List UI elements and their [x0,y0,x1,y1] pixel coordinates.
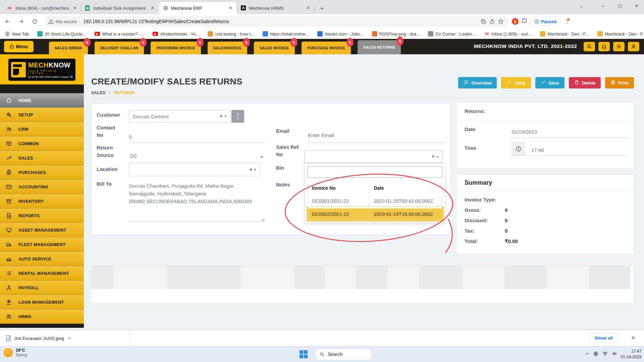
bookmark-item[interactable]: ▶ What is a resistor? -... [95,31,144,37]
tab-close-icon[interactable]: ✕ [305,5,311,11]
sidebar-item[interactable]: REPORTS [0,208,84,223]
sidebar-item[interactable]: LOAN MANAGEMENT [0,295,84,309]
browser-tab[interactable]: A Mechknow HRMS ✕ [237,2,315,14]
taskbar-app-icon[interactable] [539,349,549,359]
window-maximize-button[interactable]: ▢ [612,0,627,11]
taskbar-app-icon[interactable] [527,349,537,359]
bookmark-item[interactable]: C# Corner : Lookin... [428,31,476,37]
sidebar-item[interactable]: CRM [0,122,84,136]
erp-module-tab[interactable]: SALES RETURNS X [358,40,401,54]
customer-options-kebab-button[interactable] [231,110,244,123]
date-input[interactable]: 01/24/2023 [512,123,627,138]
tab-close-icon[interactable]: ✕ [150,5,156,11]
taskbar-app-icon[interactable] [390,349,400,359]
sidebar-item[interactable]: HOME [0,93,84,108]
erp-module-tab[interactable]: DELIVERY CHALLAN X [95,42,144,54]
bookmark-star-icon[interactable] [496,17,505,26]
line-items-column-header[interactable] [294,266,324,289]
line-items-column-header[interactable] [167,266,240,289]
taskbar-app-icon[interactable] [452,349,462,359]
line-items-column-header[interactable] [240,266,294,289]
start-button[interactable] [300,350,308,358]
sidebar-item[interactable]: SETUP [0,108,84,122]
translate-icon[interactable] [479,17,488,26]
sidebar-item[interactable]: FLEET MANAGEMENT [0,237,84,252]
bookmark-item[interactable]: New Tab [5,31,29,37]
bookmark-item[interactable]: Mechtrack - Dev - F... [540,31,589,37]
action-button[interactable]: Delete [569,77,601,88]
sidebar-item[interactable]: COMMON [0,136,84,151]
adblock-extension-icon[interactable]: ✋ [512,18,519,25]
invoice-option-row[interactable]: DC0001/2021-22 2023-01-25T03:42:00.000Z [308,195,442,208]
tab-search-chevron-icon[interactable]: ⌄ [574,0,589,11]
volume-mute-icon[interactable] [612,351,617,358]
taskbar-app-icon[interactable] [564,349,574,359]
clear-x-icon[interactable]: × [250,167,252,172]
time-input[interactable]: 17:46 [525,142,627,156]
taskbar-app-icon[interactable] [502,349,512,359]
tab-close-icon[interactable]: ✕ [227,5,233,11]
taskbar-clock[interactable]: 17:47 01-24-2023 [621,349,641,360]
gear-icon[interactable] [613,42,625,51]
taskbar-app-icon[interactable] [489,349,499,359]
bookmark-item[interactable]: Naukri.com - Jobs... [317,31,364,37]
sidebar-item[interactable]: PAYROLL [0,281,84,295]
user-icon[interactable] [628,42,639,51]
taskbar-app-icon[interactable] [378,349,388,359]
network-icon[interactable] [593,351,598,358]
tab-close-badge[interactable]: X [346,38,354,47]
sidebar-item[interactable]: PURCHASES [0,165,84,180]
search-icon[interactable] [584,42,595,51]
window-close-button[interactable]: ✕ [629,0,644,11]
menu-button[interactable]: Menu [4,41,34,52]
sidebar-item[interactable]: ACCOUNTING [0,180,84,194]
wifi-icon[interactable] [602,351,608,358]
new-tab-button[interactable]: ＋ [317,3,327,13]
tab-close-badge[interactable]: X [140,38,147,47]
tab-close-badge[interactable]: X [290,38,298,47]
tab-close-badge[interactable]: X [243,38,250,47]
forward-icon[interactable] [15,16,27,27]
taskbar-search[interactable]: Search [315,348,372,360]
erp-module-tab[interactable]: PROFORMA INVOICE X [151,42,201,54]
action-button[interactable]: Save [535,77,565,88]
action-button[interactable]: Print [605,77,634,88]
bill-to-textarea[interactable]: Deccan Chambers, Punjagutta Rd, Matha Na… [129,182,264,222]
bookmark-item[interactable]: unit testing - how t... [208,31,254,37]
line-items-column-header[interactable] [324,266,356,289]
erp-module-tab[interactable]: SALES ORDER X [49,42,88,54]
taskbar-app-icon[interactable] [551,349,561,359]
breadcrumb-sales[interactable]: SALES [91,90,106,95]
sync-paused-button[interactable]: Paused [530,17,561,26]
line-items-column-header[interactable] [505,266,547,289]
erp-module-tab[interactable]: SALES INVOICE X [254,42,295,54]
contact-no-input[interactable]: 0 [129,129,265,143]
line-items-column-header[interactable] [547,266,589,289]
line-items-column-header[interactable] [589,266,630,289]
line-items-column-header[interactable] [356,266,387,289]
download-bar-close-icon[interactable]: ✕ [629,333,638,343]
back-icon[interactable] [2,16,13,27]
clear-x-icon[interactable]: × [432,154,434,159]
extensions-puzzle-icon[interactable] [521,18,528,25]
invoice-search-input[interactable] [308,166,442,178]
erp-module-tab[interactable]: SALESINVOICE X [208,42,247,54]
show-all-button[interactable]: Show all [589,333,618,343]
browser-menu-kebab-icon[interactable]: ⋮ [564,18,570,24]
sidebar-item[interactable]: RENTAL MANAGEMENT [0,266,84,281]
action-button[interactable]: Overview [458,77,497,88]
weather-widget[interactable]: 26°C Sunny [3,348,27,357]
tab-close-badge[interactable]: X [84,38,91,47]
sales-ref-no-select[interactable]: × ▲ [305,150,443,163]
browser-tab[interactable]: Mechknow ERP ✕ [159,2,237,14]
sidebar-item[interactable]: SALES [0,151,84,165]
taskbar-app-icon[interactable] [440,349,450,359]
downloaded-file-chip[interactable]: Jcb Excavator Js200.jpeg [6,333,71,344]
tray-chevron-up-icon[interactable] [585,351,589,357]
mechknow-logo[interactable]: MECHKNOW INDIA PRIVATE LIMITED An ISO No… [8,59,75,81]
refresh-icon[interactable] [29,16,40,27]
line-items-column-header[interactable] [113,266,167,289]
sidebar-item[interactable]: ASSET MANAGEMENT [0,223,84,237]
address-bar[interactable]: Not secure 192.168.0.131:88/MIPL21-22Tes… [45,16,508,27]
tab-close-icon[interactable]: ✕ [72,5,78,11]
